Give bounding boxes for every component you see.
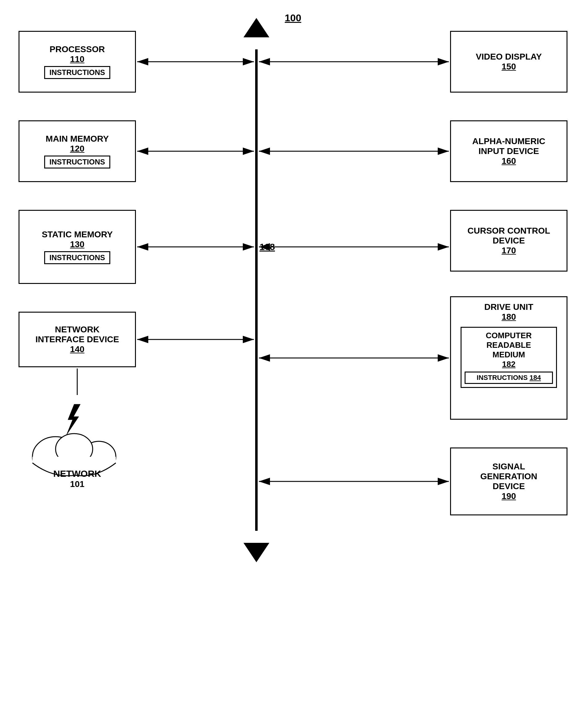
processor-label: PROCESSOR: [50, 45, 105, 54]
main-memory-box: MAIN MEMORY 120 INSTRUCTIONS: [19, 120, 136, 182]
static-memory-id: 130: [70, 239, 84, 249]
instructions-184-box: INSTRUCTIONS 184: [465, 371, 553, 384]
network-interface-box: NETWORK INTERFACE DEVICE 140: [19, 312, 136, 367]
signal-generation-label: SIGNAL GENERATION DEVICE: [480, 462, 537, 491]
computer-readable-medium-id: 182: [465, 360, 553, 369]
diagram-title: 100: [285, 12, 301, 24]
network-interface-label: NETWORK INTERFACE DEVICE: [35, 324, 119, 344]
network-interface-id: 140: [70, 344, 84, 354]
signal-generation-box: SIGNAL GENERATION DEVICE 190: [450, 447, 567, 515]
main-memory-label: MAIN MEMORY: [46, 134, 109, 144]
computer-readable-medium-box: COMPUTER READABLE MEDIUM 182 INSTRUCTION…: [461, 327, 557, 388]
drive-unit-label: DRIVE UNIT: [484, 302, 534, 312]
cloud-svg: NETWORK 101: [25, 395, 130, 488]
main-memory-instructions: INSTRUCTIONS: [44, 156, 110, 168]
static-memory-label: STATIC MEMORY: [42, 230, 113, 239]
instructions-184-id: 184: [530, 374, 541, 382]
static-memory-instructions: INSTRUCTIONS: [44, 251, 110, 264]
video-display-label: VIDEO DISPLAY: [476, 52, 542, 62]
processor-id: 110: [70, 54, 84, 64]
alpha-numeric-box: ALPHA-NUMERIC INPUT DEVICE 160: [450, 120, 567, 182]
svg-text:108: 108: [260, 242, 275, 252]
drive-unit-id: 180: [502, 312, 516, 322]
instructions-184-label: INSTRUCTIONS: [477, 374, 530, 382]
main-memory-id: 120: [70, 144, 84, 154]
drive-unit-box: DRIVE UNIT 180 COMPUTER READABLE MEDIUM …: [450, 296, 567, 420]
svg-text:NETWORK: NETWORK: [53, 468, 101, 479]
alpha-numeric-label: ALPHA-NUMERIC INPUT DEVICE: [472, 136, 545, 156]
processor-instructions: INSTRUCTIONS: [44, 66, 110, 79]
static-memory-box: STATIC MEMORY 130 INSTRUCTIONS: [19, 210, 136, 284]
signal-generation-id: 190: [502, 491, 516, 501]
svg-marker-5: [244, 19, 269, 37]
alpha-numeric-id: 160: [502, 156, 516, 166]
diagram-container: 100 PROCESSOR 110 INSTRUCTIONS MAIN MEMO…: [0, 0, 586, 728]
cursor-control-label: CURSOR CONTROL DEVICE: [467, 226, 550, 246]
cursor-control-box: CURSOR CONTROL DEVICE 170: [450, 210, 567, 271]
cursor-control-id: 170: [502, 246, 516, 256]
processor-box: PROCESSOR 110 INSTRUCTIONS: [19, 31, 136, 93]
svg-marker-6: [244, 543, 269, 562]
video-display-id: 150: [502, 62, 516, 72]
svg-text:101: 101: [70, 479, 84, 488]
video-display-box: VIDEO DISPLAY 150: [450, 31, 567, 93]
svg-marker-18: [67, 404, 80, 435]
network-cloud: NETWORK 101: [25, 395, 130, 489]
computer-readable-medium-label: COMPUTER READABLE MEDIUM: [465, 331, 553, 360]
